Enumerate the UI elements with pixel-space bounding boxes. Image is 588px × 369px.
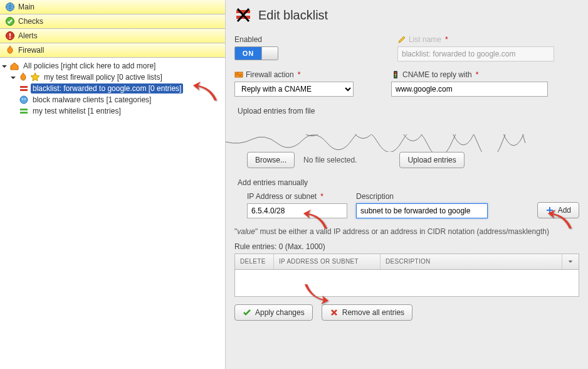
tree-whitelist-label: my test whitelist [1 entries] [31,106,123,116]
firewall-icon [5,45,15,55]
cname-field: CNAME to reply with* [391,70,548,97]
svg-point-7 [20,96,28,104]
tree-malware-label: block malware clients [1 categories] [31,95,153,105]
torn-paper-decoration [226,120,588,152]
ip-label: IP Address or subnet [247,192,317,201]
tree-whitelist[interactable]: my test whitelist [1 entries] [1,105,223,117]
tree-blacklist-label: blacklist: forwarded to google.com [0 en… [31,83,183,94]
upload-entries-button[interactable]: Upload entries [399,152,464,168]
apply-changes-button[interactable]: Apply changes [234,304,313,321]
nav-main-label: Main [18,3,34,11]
listname-field: List name* [397,35,554,62]
enabled-toggle[interactable]: ON [234,46,278,60]
description-label: Description [356,192,394,201]
upload-row: Browse... No file selected. Upload entri… [234,152,579,168]
firewall-action-label: Firewall action [246,70,294,79]
required-marker: * [298,70,301,79]
required-marker: * [476,70,479,79]
toggle-on-label: ON [235,47,261,60]
description-input[interactable] [356,203,488,218]
grid-menu-button[interactable] [562,254,579,269]
firewall-action-select[interactable]: Reply with a CNAME [234,82,354,97]
upload-section-title: Upload entries from file [234,107,579,115]
tree-root-label: All policies [right click here to add mo… [21,61,157,71]
page-title: Edit blacklist [258,8,328,23]
nav-checks[interactable]: Checks [0,14,225,29]
grid-body [235,270,579,296]
svg-point-18 [395,76,397,78]
required-marker: * [445,35,448,44]
tree-blacklist[interactable]: blacklist: forwarded to google.com [0 en… [1,83,223,94]
star-icon [30,72,40,82]
browse-button[interactable]: Browse... [247,152,295,168]
tree-malware[interactable]: block malware clients [1 categories] [1,94,223,105]
grid-header: DELETE IP ADDRESS OR SUBNET DESCRIPTION [235,254,579,270]
pencil-icon [397,35,406,44]
tree-policy-label: my test firewall policy [0 active lists] [42,72,164,82]
tree-policy[interactable]: my test firewall policy [0 active lists] [1,72,223,83]
add-button[interactable]: Add [537,202,579,218]
caret-down-icon[interactable] [10,74,16,80]
blacklist-large-icon [234,6,252,24]
sidebar: Main Checks Alerts Firewall All policie [0,0,226,369]
remove-all-button[interactable]: Remove all entries [322,304,412,321]
svg-point-9 [24,99,26,100]
svg-rect-3 [9,33,11,36]
nav-main[interactable]: Main [0,0,225,14]
no-file-label: No file selected. [303,156,357,164]
col-description[interactable]: DESCRIPTION [381,254,562,269]
brick-icon [234,70,243,79]
svg-point-8 [22,99,23,100]
manual-entry-row: IP Address or subnet* Description Add [234,192,579,218]
action-row: Apply changes Remove all entries [234,304,579,321]
nav-alerts-label: Alerts [18,31,38,40]
hint-suffix: " must be either a valid IP address or a… [255,227,549,236]
svg-rect-6 [20,89,28,91]
svg-rect-11 [20,112,28,114]
ip-input[interactable] [247,203,347,218]
listname-label: List name [409,35,441,44]
globe-icon [5,2,15,12]
page-title-row: Edit blacklist [234,6,579,24]
plus-icon [545,206,554,215]
main-panel: Edit blacklist Enabled ON List name* [226,0,588,369]
svg-point-16 [395,72,397,74]
whitelist-icon [19,106,29,116]
toggle-knob [261,47,278,60]
home-icon [9,61,19,71]
svg-rect-5 [20,86,28,88]
upload-section-label: Upload entries from file [238,107,315,115]
nav-alerts[interactable]: Alerts [0,29,225,43]
check-circle-icon [5,16,15,26]
ip-field: IP Address or subnet* [247,192,347,218]
entries-grid: DELETE IP ADDRESS OR SUBNET DESCRIPTION [234,254,579,297]
col-ip[interactable]: IP ADDRESS OR SUBNET [274,254,381,269]
manual-section-title: Add entries manually [234,178,579,187]
cname-input[interactable] [391,82,548,97]
malware-icon [19,95,29,105]
manual-section-label: Add entries manually [238,178,308,187]
required-marker: * [320,192,323,201]
policy-tree: All policies [right click here to add mo… [0,58,225,119]
svg-point-17 [395,74,397,76]
nav-firewall[interactable]: Firewall [0,43,225,58]
hint-value-word: value [237,227,255,236]
hint-text: "value" must be either a valid IP addres… [234,227,579,236]
svg-rect-4 [9,38,11,39]
flame-icon [18,72,28,82]
alert-icon [5,31,15,41]
enabled-label: Enabled [234,35,278,44]
col-delete[interactable]: DELETE [235,254,274,269]
traffic-light-icon [391,70,400,79]
check-icon [243,308,251,317]
svg-rect-10 [20,109,28,110]
enabled-field: Enabled ON [234,35,278,62]
listname-input [397,46,554,62]
caret-down-icon[interactable] [1,63,8,69]
nav-firewall-label: Firewall [18,46,44,55]
cname-label: CNAME to reply with [402,70,472,79]
rule-entries-count: Rule entries: 0 (Max. 1000) [234,242,579,251]
tree-root[interactable]: All policies [right click here to add mo… [1,60,223,72]
blacklist-icon [19,83,29,94]
nav-checks-label: Checks [18,17,43,26]
